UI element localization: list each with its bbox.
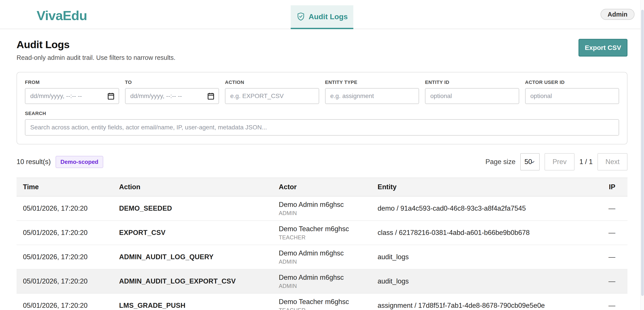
entity-id-label: ENTITY ID [425,80,519,85]
tab-audit-logs-label: Audit Logs [308,12,348,21]
demo-scoped-badge: Demo-scoped [56,156,103,168]
actor-cell: Demo Admin m6ghsc ADMIN [272,196,371,221]
search-label: SEARCH [25,111,619,116]
actor-cell: Demo Admin m6ghsc ADMIN [272,245,371,269]
filter-panel: FROM TO [16,72,628,144]
actor-name: Demo Teacher m6ghsc [279,298,371,306]
action-cell: ADMIN_AUDIT_LOG_EXPORT_CSV [113,269,272,293]
ip-cell: — [598,293,628,310]
actor-name: Demo Admin m6ghsc [279,249,371,257]
filter-field-entity-type: ENTITY TYPE [325,80,419,104]
column-header-action: Action [113,178,272,196]
action-cell: LMS_GRADE_PUSH [113,293,272,310]
shield-check-icon [296,12,306,21]
actor-cell: Demo Teacher m6ghsc TEACHER [272,293,371,310]
from-label: FROM [25,80,119,85]
entity-cell: class / 62178216-0381-4abd-a601-b66be9b0… [371,221,598,245]
results-count: 10 result(s) [16,158,51,166]
time-cell: 05/01/2026, 17:20:20 [16,196,113,221]
export-csv-button[interactable]: Export CSV [578,39,628,57]
actor-cell: Demo Admin m6ghsc ADMIN [272,269,371,293]
time-cell: 05/01/2026, 17:20:20 [16,269,113,293]
filter-field-action: ACTION [225,80,319,104]
entity-cell: assignment / 17d8f51f-7ab1-4de8-8678-790… [371,293,598,310]
entity-id-input[interactable] [425,88,519,104]
filter-field-entity-id: ENTITY ID [425,80,519,104]
actor-name: Demo Admin m6ghsc [279,273,371,281]
top-nav: VivaEdu Audit Logs Admin [0,0,644,29]
actor-role: TEACHER [279,307,371,310]
ip-cell: — [598,221,628,245]
next-page-button[interactable]: Next [598,153,628,170]
role-badge: Admin [600,9,634,20]
ip-cell: — [598,269,628,293]
from-datetime-input[interactable] [25,88,119,104]
vertical-scrollbar[interactable] [640,0,644,310]
filter-field-from: FROM [25,80,119,104]
entity-cell: audit_logs [371,269,598,293]
actor-role: ADMIN [279,210,371,216]
results-bar: 10 result(s) Demo-scoped Page size 50 Pr… [16,153,628,170]
action-cell: ADMIN_AUDIT_LOG_QUERY [113,245,272,269]
time-cell: 05/01/2026, 17:20:20 [16,245,113,269]
audit-log-table: Time Action Actor Entity IP 05/01/2026, … [16,178,628,310]
brand-logo: VivaEdu [36,8,87,23]
time-cell: 05/01/2026, 17:20:20 [16,293,113,310]
action-cell: DEMO_SEEDED [113,196,272,221]
table-header-row: Time Action Actor Entity IP [16,178,628,196]
actor-user-id-label: ACTOR USER ID [525,80,619,85]
page-subtitle: Read-only admin audit trail. Use filters… [16,54,175,61]
actor-user-id-input[interactable] [525,88,619,104]
time-cell: 05/01/2026, 17:20:20 [16,221,113,245]
column-header-ip: IP [598,178,628,196]
filter-field-to: TO [125,80,219,104]
search-input[interactable] [25,119,619,136]
filter-field-search: SEARCH [25,111,619,136]
page-size-select[interactable]: 50 [520,153,540,170]
entity-cell: audit_logs [371,245,598,269]
actor-cell: Demo Teacher m6ghsc TEACHER [272,221,371,245]
actor-role: ADMIN [279,283,371,289]
ip-cell: — [598,196,628,221]
to-datetime-input[interactable] [125,88,219,104]
table-row-highlighted: 05/01/2026, 17:20:20 ADMIN_AUDIT_LOG_EXP… [16,269,628,293]
actor-role: TEACHER [279,234,371,241]
to-label: TO [125,80,219,85]
page-indicator: 1 / 1 [580,158,592,166]
column-header-entity: Entity [371,178,598,196]
actor-role: ADMIN [279,258,371,265]
table-row: 05/01/2026, 17:20:20 DEMO_SEEDED Demo Ad… [16,196,628,221]
action-label: ACTION [225,80,319,85]
column-header-time: Time [16,178,113,196]
actor-name: Demo Teacher m6ghsc [279,225,371,233]
action-cell: EXPORT_CSV [113,221,272,245]
page-size-label: Page size [486,158,516,166]
entity-type-input[interactable] [325,88,419,104]
table-row: 05/01/2026, 17:20:20 LMS_GRADE_PUSH Demo… [16,293,628,310]
prev-page-button[interactable]: Prev [544,153,574,170]
action-input[interactable] [225,88,319,104]
title-row: Audit Logs Read-only admin audit trail. … [16,39,628,61]
ip-cell: — [598,245,628,269]
chevron-down-icon [530,159,536,167]
page-title: Audit Logs [16,39,175,51]
scrollbar-thumb[interactable] [641,10,644,296]
filter-field-actor-user-id: ACTOR USER ID [525,80,619,104]
column-header-actor: Actor [272,178,371,196]
table-row: 05/01/2026, 17:20:20 EXPORT_CSV Demo Tea… [16,221,628,245]
tab-audit-logs[interactable]: Audit Logs [291,5,353,29]
actor-name: Demo Admin m6ghsc [279,200,371,209]
table-row: 05/01/2026, 17:20:20 ADMIN_AUDIT_LOG_QUE… [16,245,628,269]
entity-cell: demo / 91a4c593-cad0-46c8-93c3-a8f4a2fa7… [371,196,598,221]
entity-type-label: ENTITY TYPE [325,80,419,85]
